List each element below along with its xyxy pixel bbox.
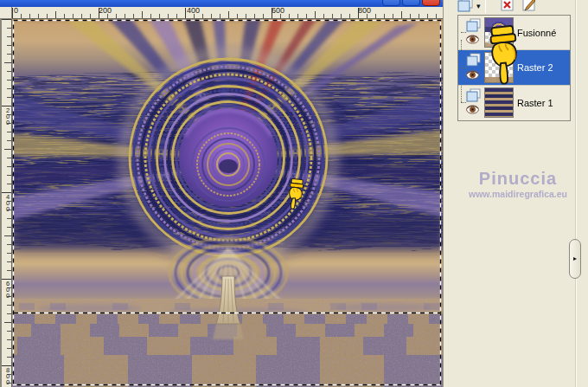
layers-toolbar: ▾: [444, 0, 588, 14]
panel-splitter-track: [575, 0, 577, 387]
panel-splitter-handle[interactable]: ▸: [569, 239, 581, 279]
minimize-button[interactable]: [382, 0, 400, 6]
visibility-eye-icon[interactable]: [466, 35, 479, 44]
layer-list: Fusionné Raster 2: [457, 15, 571, 121]
image-canvas[interactable]: [12, 19, 443, 387]
layer-row-raster2[interactable]: Raster 2: [458, 50, 570, 85]
ruler-label: 800: [4, 367, 11, 385]
horizontal-ruler[interactable]: 0 200 400 600 800: [12, 7, 443, 19]
ruler-label: 0: [14, 7, 18, 15]
layer-pages-icon: [466, 18, 482, 32]
layer-name: Raster 2: [517, 62, 553, 73]
chevron-right-icon: ▸: [573, 255, 577, 262]
visibility-eye-icon[interactable]: [466, 70, 479, 80]
ruler-label: 200: [4, 107, 11, 126]
close-button[interactable]: [422, 0, 440, 6]
layer-name: Fusionné: [517, 28, 556, 38]
ruler-label: 200: [99, 7, 112, 15]
layer-thumbnail[interactable]: [484, 17, 514, 48]
window-titlebar[interactable]: [0, 0, 443, 7]
layer-row-raster1[interactable]: Raster 1: [458, 86, 570, 119]
layer-pages-icon: [466, 88, 482, 102]
layers-panel: ▾: [443, 0, 588, 387]
ruler-corner: [0, 7, 12, 19]
ruler-label: 800: [358, 7, 371, 15]
layer-name: Raster 1: [517, 98, 553, 108]
delete-layer-button[interactable]: [497, 0, 516, 14]
visibility-eye-icon[interactable]: [466, 105, 479, 114]
ruler-label: 400: [4, 194, 11, 212]
layer-thumbnail[interactable]: [484, 52, 514, 83]
watermark: Pinuccia www.maidiregrafica.eu: [459, 169, 577, 200]
chevron-down-icon[interactable]: ▾: [476, 2, 481, 10]
new-layer-button[interactable]: [456, 0, 475, 14]
app-window: 0 200 400 600 800 200 400 600 800: [0, 0, 588, 387]
toolbar-separator: [485, 0, 486, 13]
layer-thumbnail[interactable]: [484, 87, 514, 118]
maximize-button[interactable]: [402, 0, 420, 6]
vertical-ruler[interactable]: 200 400 600 800: [0, 19, 12, 387]
layer-pages-icon: [466, 53, 482, 67]
ruler-label: 400: [187, 7, 200, 15]
edit-layer-button[interactable]: [520, 0, 539, 14]
layer-row-fusionne[interactable]: Fusionné: [458, 16, 570, 49]
ruler-label: 600: [4, 281, 11, 299]
watermark-name: Pinuccia: [459, 169, 577, 188]
watermark-url: www.maidiregrafica.eu: [459, 188, 577, 200]
artwork-canvas: [12, 19, 443, 387]
ruler-label: 600: [272, 7, 284, 15]
